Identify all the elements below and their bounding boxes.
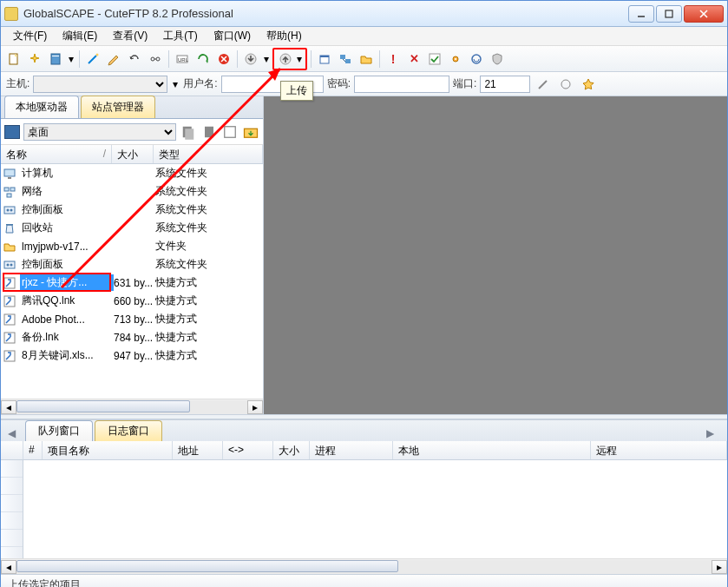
qscroll-thumb[interactable] — [16, 560, 398, 572]
svg-rect-5 — [51, 54, 60, 64]
close-button[interactable] — [684, 5, 724, 23]
connect-wand-icon[interactable] — [83, 49, 102, 69]
menu-edit[interactable]: 编辑(E) — [56, 27, 104, 45]
col-type[interactable]: 类型 — [154, 145, 263, 163]
qscroll-track[interactable] — [16, 560, 712, 574]
qcol-num[interactable]: # — [23, 441, 43, 459]
file-row[interactable]: 备份.lnk784 by...快捷方式 — [1, 328, 263, 346]
qcol-local[interactable]: 本地 — [393, 441, 591, 459]
url-icon[interactable]: URL — [173, 49, 192, 69]
tab-nav-left[interactable]: ◀ — [8, 427, 22, 441]
copy-icon[interactable] — [180, 123, 197, 141]
file-type: 系统文件夹 — [155, 184, 261, 199]
favorites-icon[interactable] — [579, 75, 598, 94]
svg-rect-37 — [10, 188, 15, 191]
menu-tools[interactable]: 工具(T) — [156, 27, 204, 45]
download-dropdown[interactable]: ▾ — [262, 53, 271, 65]
svg-rect-34 — [4, 169, 15, 176]
reconnect-icon[interactable] — [125, 49, 144, 69]
paste-icon[interactable] — [200, 123, 218, 141]
user-label: 用户名: — [183, 76, 217, 91]
gear-icon[interactable] — [446, 49, 465, 69]
hscroll-left[interactable]: ◂ — [1, 400, 16, 414]
quick-connect-icon[interactable] — [534, 75, 553, 94]
new-button[interactable] — [4, 49, 23, 69]
file-icon — [3, 313, 16, 326]
maximize-button[interactable] — [656, 5, 682, 23]
refresh-icon[interactable] — [193, 49, 213, 69]
brush-icon[interactable] — [104, 49, 123, 69]
book-icon[interactable] — [46, 49, 65, 69]
qcol-progress[interactable]: 进程 — [310, 441, 393, 459]
refresh-local-icon[interactable] — [242, 123, 259, 141]
file-type: 文件夹 — [155, 239, 261, 254]
file-row[interactable]: 控制面板系统文件夹 — [1, 255, 263, 274]
svg-point-45 — [10, 263, 13, 266]
hscroll-track[interactable] — [16, 400, 247, 414]
hscroll-thumb[interactable] — [16, 400, 190, 412]
menu-view[interactable]: 查看(V) — [106, 27, 154, 45]
file-name: 计算机 — [20, 165, 114, 181]
file-row[interactable]: lmyjpwb-v17...文件夹 — [1, 237, 263, 255]
file-row[interactable]: 网络系统文件夹 — [1, 182, 263, 201]
download-icon[interactable] — [241, 49, 260, 69]
host-input[interactable] — [33, 76, 167, 93]
qcol-size[interactable]: 大小 — [273, 441, 310, 459]
file-row[interactable]: 回收站系统文件夹 — [1, 219, 263, 237]
tab-site-manager[interactable]: 站点管理器 — [81, 96, 155, 118]
tab-nav-right[interactable]: ▶ — [706, 427, 720, 441]
host-history-dropdown[interactable]: ▾ — [171, 78, 180, 90]
qcol-hdr[interactable] — [1, 441, 23, 459]
svg-point-28 — [561, 80, 570, 89]
stop-icon[interactable] — [214, 49, 233, 69]
menu-file[interactable]: 文件(F) — [6, 27, 54, 45]
file-type: 系统文件夹 — [155, 166, 261, 181]
file-icon — [3, 240, 16, 254]
book-dropdown[interactable]: ▾ — [67, 53, 75, 65]
qcol-dir[interactable]: <-> — [223, 441, 273, 459]
menu-window[interactable]: 窗口(W) — [207, 27, 258, 45]
col-name[interactable]: 名称 / — [1, 145, 112, 163]
upload-icon[interactable] — [276, 49, 295, 69]
sync-icon[interactable] — [336, 49, 355, 69]
file-row[interactable]: 控制面板系统文件夹 — [1, 201, 263, 219]
location-dropdown[interactable]: 桌面 — [23, 123, 176, 141]
link-icon[interactable] — [146, 49, 165, 69]
folder-open-icon[interactable] — [357, 49, 376, 69]
schedule-icon[interactable] — [315, 49, 334, 69]
file-row[interactable]: Adobe Phot...713 by...快捷方式 — [1, 310, 263, 328]
qcol-addr[interactable]: 地址 — [173, 441, 223, 459]
svg-point-41 — [10, 208, 13, 211]
status-bar: 上传选定的项目 — [1, 574, 727, 587]
hscroll-right[interactable]: ▸ — [247, 400, 263, 414]
support-icon[interactable] — [467, 49, 486, 69]
qcol-remote[interactable]: 远程 — [591, 441, 727, 459]
qscroll-left[interactable]: ◂ — [1, 560, 16, 574]
delete-icon[interactable]: ✕ — [404, 49, 423, 69]
tab-queue[interactable]: 队列窗口 — [25, 420, 93, 441]
menu-help[interactable]: 帮助(H) — [259, 27, 309, 45]
upload-dropdown[interactable]: ▾ — [295, 53, 304, 65]
queue-row-headers — [1, 460, 23, 558]
minimize-button[interactable] — [628, 5, 654, 23]
file-row[interactable]: rjxz - 快捷方...631 by...快捷方式 — [1, 274, 263, 292]
sparkle-icon[interactable] — [25, 49, 44, 69]
queue-panel: # 项目名称 地址 <-> 大小 进程 本地 远程 ◂ ▸ — [1, 441, 727, 574]
file-row[interactable]: 8月关键词.xls...947 by...快捷方式 — [1, 346, 263, 365]
file-row[interactable]: 腾讯QQ.lnk660 by...快捷方式 — [1, 292, 263, 310]
col-size[interactable]: 大小 — [112, 145, 154, 163]
svg-rect-21 — [340, 55, 345, 59]
alert-icon[interactable]: ! — [384, 49, 403, 69]
qcol-item[interactable]: 项目名称 — [43, 441, 173, 459]
local-panel: 本地驱动器 站点管理器 桌面 名称 / 大小 类型 计算机系统文件夹网络系统文件… — [1, 96, 264, 414]
check-icon[interactable] — [425, 49, 444, 69]
tab-local-drives[interactable]: 本地驱动器 — [4, 96, 79, 118]
port-input[interactable] — [480, 76, 530, 93]
config-icon[interactable] — [556, 75, 575, 94]
shield-icon[interactable] — [488, 49, 507, 69]
password-input[interactable] — [354, 76, 449, 93]
qscroll-right[interactable]: ▸ — [712, 560, 727, 574]
file-row[interactable]: 计算机系统文件夹 — [1, 164, 263, 182]
tab-log[interactable]: 日志窗口 — [95, 420, 162, 441]
view-icon[interactable] — [221, 123, 239, 141]
